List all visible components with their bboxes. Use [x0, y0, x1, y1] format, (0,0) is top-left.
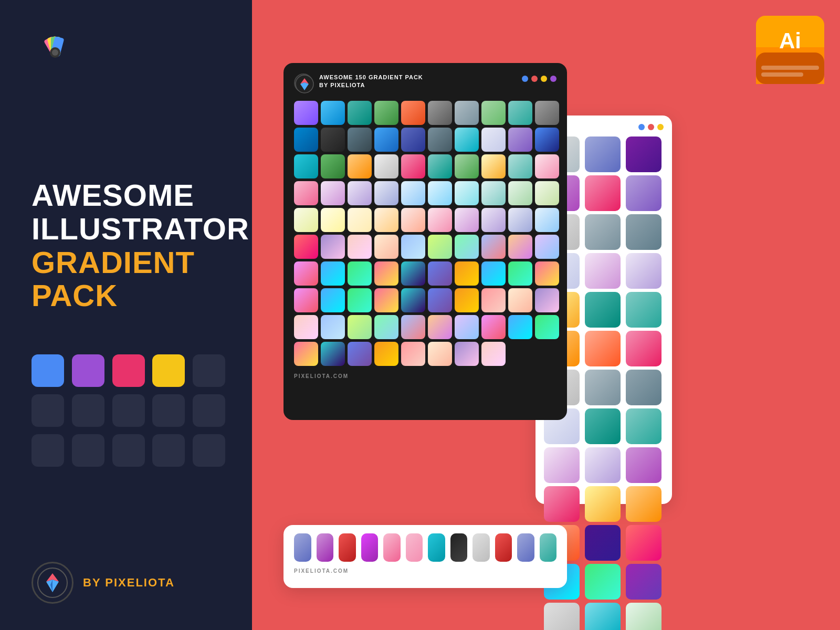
- left-swatch-purple: [72, 354, 104, 387]
- dark-grad-63: [374, 261, 398, 286]
- left-swatch-dark9: [112, 434, 145, 467]
- bottom-card-footer: PIXELIOTA.COM: [294, 568, 556, 574]
- dark-grad-34: [401, 181, 425, 205]
- dark-grad-14: [401, 128, 425, 152]
- dark-grad-88: [508, 315, 532, 339]
- dark-grad-72: [348, 288, 372, 312]
- white-grad-27: [544, 486, 580, 522]
- dark-grad-60: [294, 261, 318, 286]
- dark-grad-42: [348, 208, 372, 232]
- dark-grad-81: [321, 315, 345, 339]
- dark-grad-7: [481, 101, 506, 125]
- dark-grad-23: [374, 154, 398, 178]
- dark-grad-62: [348, 261, 372, 286]
- dark-grad-40: [294, 208, 318, 232]
- left-swatch-yellow: [152, 354, 185, 387]
- white-grad-7: [585, 214, 621, 250]
- dark-card-footer: PIXELIOTA.COM: [294, 373, 556, 379]
- title-line3: GRADIENT PACK: [32, 246, 226, 313]
- dark-grad-77: [481, 288, 506, 312]
- card-pack-title: AWESOME 150 GRADIENT PACK: [319, 74, 423, 81]
- dark-grad-41: [321, 208, 345, 232]
- dark-grad-91: [321, 342, 345, 366]
- brand-logo: [32, 562, 74, 604]
- white-grad-25: [585, 447, 621, 483]
- dot-purple: [550, 76, 556, 82]
- dark-grad-1: [321, 101, 345, 125]
- white-grad-22: [585, 408, 621, 444]
- dark-grad-56: [455, 235, 479, 259]
- dark-grad-26: [455, 154, 479, 178]
- card-logo-circle: [294, 74, 313, 92]
- white-grad-35: [626, 564, 662, 600]
- dark-grad-15: [428, 128, 452, 152]
- dark-grad-43: [374, 208, 398, 232]
- ai-file-icon: Ai: [751, 10, 830, 89]
- white-grad-13: [585, 292, 621, 328]
- left-swatch-pink: [112, 354, 145, 387]
- svg-rect-15: [761, 66, 819, 70]
- bottom-swatch-8: [472, 533, 490, 562]
- dark-grad-32: [348, 181, 372, 205]
- white-grad-38: [626, 603, 662, 630]
- dark-grad-16: [455, 128, 479, 152]
- dark-grad-85: [428, 315, 452, 339]
- card-header: AWESOME 150 GRADIENT PACK BY PIXELIOTA: [294, 74, 556, 92]
- dark-grad-8: [508, 101, 532, 125]
- dark-grad-13: [374, 128, 398, 152]
- wdot-blue: [638, 124, 645, 130]
- white-grad-16: [585, 331, 621, 366]
- dark-grad-38: [508, 181, 532, 205]
- bottom-brand: BY PIXELIOTA: [32, 562, 226, 604]
- bottom-swatch-6: [428, 533, 445, 562]
- wdot-yellow: [657, 124, 664, 130]
- white-grad-17: [626, 331, 662, 366]
- by-pixeliota-label: BY PIXELIOTA: [83, 576, 175, 590]
- dark-grad-22: [348, 154, 372, 178]
- white-grad-37: [585, 603, 621, 630]
- dark-grad-11: [321, 128, 345, 152]
- svg-text:Ai: Ai: [779, 28, 801, 53]
- wdot-red: [648, 124, 654, 130]
- dark-grad-55: [428, 235, 452, 259]
- dark-grad-67: [481, 261, 506, 286]
- dark-grad-75: [428, 288, 452, 312]
- dark-grad-47: [481, 208, 506, 232]
- dark-grad-61: [321, 261, 345, 286]
- white-grad-28: [585, 486, 621, 522]
- bottom-swatch-0: [294, 533, 311, 562]
- white-grad-24: [544, 447, 580, 483]
- dark-grad-10: [294, 128, 318, 152]
- dark-grad-19: [535, 128, 559, 152]
- title-line1: AWESOME: [32, 178, 226, 212]
- right-panel: Ai AWESOME 150 GRADIENT PACK BY PIXELIOT…: [252, 0, 840, 630]
- title-block: AWESOME ILLUSTRATOR GRADIENT PACK: [32, 178, 226, 312]
- dark-grad-97: [481, 342, 506, 366]
- white-grad-2: [626, 136, 662, 172]
- dark-grad-21: [321, 154, 345, 178]
- dark-grad-50: [294, 235, 318, 259]
- dark-grad-5: [428, 101, 452, 125]
- dark-grad-83: [374, 315, 398, 339]
- dark-grad-29: [535, 154, 559, 178]
- white-grad-8: [626, 214, 662, 250]
- dark-grad-87: [481, 315, 506, 339]
- dark-grad-24: [401, 154, 425, 178]
- left-swatch-dark5: [152, 394, 185, 427]
- bottom-swatch-11: [540, 533, 557, 562]
- dark-grad-78: [508, 288, 532, 312]
- white-grad-1: [585, 136, 621, 172]
- white-grad-36: [544, 603, 580, 630]
- dark-grad-66: [455, 261, 479, 286]
- white-grad-29: [626, 486, 662, 522]
- white-grad-23: [626, 408, 662, 444]
- dark-grad-48: [508, 208, 532, 232]
- bottom-swatch-7: [450, 533, 468, 562]
- white-grad-10: [585, 253, 621, 289]
- dark-grad-93: [374, 342, 398, 366]
- dark-grad-76: [455, 288, 479, 312]
- dark-grad-86: [455, 315, 479, 339]
- dark-grad-71: [321, 288, 345, 312]
- white-grad-20: [626, 370, 662, 405]
- card-window-dots: [522, 76, 556, 82]
